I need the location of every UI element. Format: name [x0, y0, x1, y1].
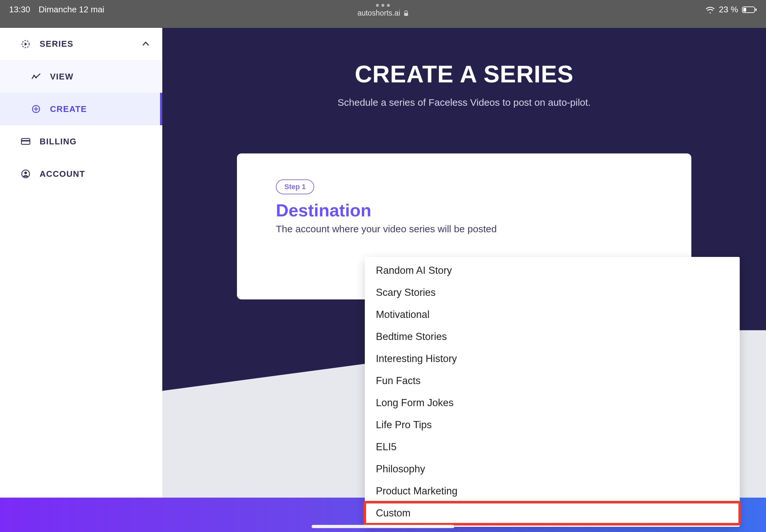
section-title: Destination — [276, 200, 652, 220]
svg-rect-10 — [21, 140, 30, 141]
dropdown-option[interactable]: Bedtime Stories — [365, 326, 740, 348]
step-badge: Step 1 — [276, 179, 314, 194]
sidebar-item-billing[interactable]: BILLING — [0, 125, 162, 158]
battery-icon — [742, 6, 757, 13]
main-content: CREATE A SERIES Schedule a series of Fac… — [162, 28, 766, 532]
chart-line-icon — [31, 72, 41, 81]
user-circle-icon — [21, 169, 30, 179]
dropdown-option[interactable]: Life Pro Tips — [365, 414, 740, 436]
svg-rect-0 — [404, 13, 408, 16]
series-icon — [21, 39, 30, 49]
status-date: Dimanche 12 mai — [39, 5, 104, 15]
content-type-dropdown[interactable]: Random AI Story Scary Stories Motivation… — [365, 257, 740, 527]
tab-dots-icon — [357, 4, 409, 7]
dropdown-option[interactable]: ELI5 — [365, 436, 740, 458]
dropdown-option[interactable]: Philosophy — [365, 458, 740, 480]
sidebar: SERIES VIEW CREATE BILLING — [0, 28, 162, 532]
device-status-bar: 13:30 Dimanche 12 mai autoshorts.ai 23 % — [0, 0, 766, 28]
chevron-up-icon — [141, 40, 151, 49]
status-time: 13:30 — [9, 5, 30, 15]
browser-url[interactable]: autoshorts.ai — [357, 9, 409, 18]
dropdown-option-custom[interactable]: Custom — [365, 502, 740, 524]
browser-url-text: autoshorts.ai — [357, 9, 400, 18]
svg-marker-5 — [25, 42, 27, 46]
sidebar-item-account[interactable]: ACCOUNT — [0, 158, 162, 190]
dropdown-option[interactable]: Motivational — [365, 304, 740, 326]
svg-point-7 — [35, 77, 37, 79]
lock-icon — [404, 10, 409, 16]
sidebar-billing-label: BILLING — [40, 137, 77, 147]
svg-point-12 — [24, 172, 27, 174]
credit-card-icon — [21, 137, 30, 146]
page-subtitle: Schedule a series of Faceless Videos to … — [162, 97, 766, 108]
wifi-icon — [705, 6, 715, 13]
dropdown-option[interactable]: Product Marketing — [365, 480, 740, 502]
dropdown-option[interactable]: Random AI Story — [365, 260, 740, 282]
sidebar-item-series[interactable]: SERIES — [0, 28, 162, 60]
sidebar-series-label: SERIES — [40, 39, 73, 49]
dropdown-option[interactable]: Fun Facts — [365, 370, 740, 392]
dropdown-option[interactable]: Scary Stories — [365, 282, 740, 304]
svg-rect-3 — [755, 8, 757, 11]
battery-percent: 23 % — [719, 5, 738, 15]
page-title: CREATE A SERIES — [162, 28, 766, 88]
svg-point-6 — [33, 75, 35, 77]
sidebar-view-label: VIEW — [50, 72, 73, 82]
dropdown-option[interactable]: Interesting History — [365, 348, 740, 370]
sidebar-item-create[interactable]: CREATE — [0, 93, 162, 125]
plus-circle-icon — [31, 104, 41, 114]
dropdown-option[interactable]: Long Form Jokes — [365, 392, 740, 414]
sidebar-create-label: CREATE — [50, 104, 87, 114]
section-description: The account where your video series will… — [276, 224, 652, 235]
sidebar-account-label: ACCOUNT — [40, 169, 85, 179]
sidebar-item-view[interactable]: VIEW — [0, 60, 162, 93]
home-indicator[interactable] — [311, 525, 455, 528]
svg-rect-2 — [743, 8, 746, 12]
